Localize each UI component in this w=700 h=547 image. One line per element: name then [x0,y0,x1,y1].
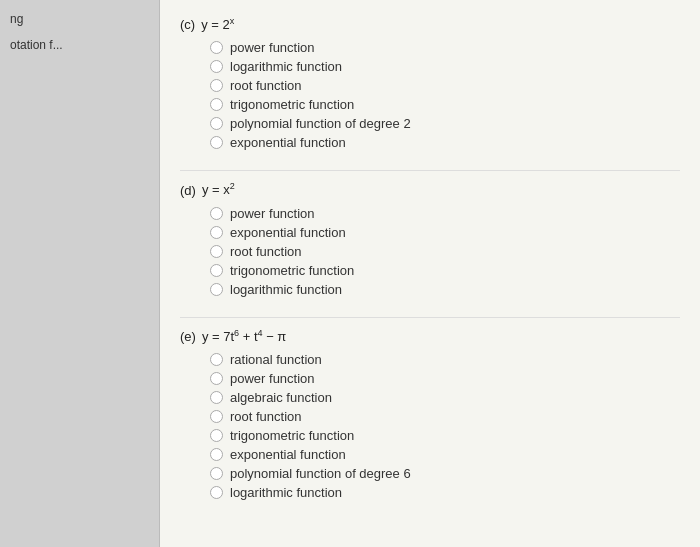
option-e-5[interactable]: trigonometric function [210,426,680,445]
option-d-4-label: trigonometric function [230,263,354,278]
option-c-6-label: exponential function [230,135,346,150]
radio-e-3[interactable] [210,391,223,404]
equation-d: y = x2 [202,181,235,197]
radio-e-6[interactable] [210,448,223,461]
divider-de [180,317,680,318]
option-e-8-label: logarithmic function [230,485,342,500]
option-e-1[interactable]: rational function [210,350,680,369]
radio-c-1[interactable] [210,41,223,54]
nav-item-otation: otation f... [10,36,149,54]
radio-c-4[interactable] [210,98,223,111]
option-c-2-label: logarithmic function [230,59,342,74]
option-c-4-label: trigonometric function [230,97,354,112]
option-d-2[interactable]: exponential function [210,223,680,242]
option-d-2-label: exponential function [230,225,346,240]
option-c-4[interactable]: trigonometric function [210,95,680,114]
radio-e-8[interactable] [210,486,223,499]
option-c-3-label: root function [230,78,302,93]
option-e-4-label: root function [230,409,302,424]
equation-c: y = 2x [201,16,234,32]
option-e-8[interactable]: logarithmic function [210,483,680,502]
option-d-4[interactable]: trigonometric function [210,261,680,280]
option-d-5[interactable]: logarithmic function [210,280,680,299]
option-e-2-label: power function [230,371,315,386]
radio-e-7[interactable] [210,467,223,480]
question-d-label: (d) y = x2 [180,181,680,197]
option-c-3[interactable]: root function [210,76,680,95]
option-d-5-label: logarithmic function [230,282,342,297]
radio-e-1[interactable] [210,353,223,366]
radio-d-2[interactable] [210,226,223,239]
option-e-3-label: algebraic function [230,390,332,405]
option-e-4[interactable]: root function [210,407,680,426]
nav-item-ng: ng [10,10,149,28]
radio-d-1[interactable] [210,207,223,220]
option-d-1[interactable]: power function [210,204,680,223]
part-letter-c: (c) [180,17,195,32]
question-c: (c) y = 2x power function logarithmic fu… [180,16,680,152]
radio-d-3[interactable] [210,245,223,258]
radio-e-5[interactable] [210,429,223,442]
radio-d-4[interactable] [210,264,223,277]
option-c-2[interactable]: logarithmic function [210,57,680,76]
option-e-6-label: exponential function [230,447,346,462]
radio-e-4[interactable] [210,410,223,423]
question-c-label: (c) y = 2x [180,16,680,32]
question-e: (e) y = 7t6 + t4 − π rational function p… [180,328,680,502]
options-list-d: power function exponential function root… [180,204,680,299]
option-d-1-label: power function [230,206,315,221]
options-list-c: power function logarithmic function root… [180,38,680,152]
option-e-2[interactable]: power function [210,369,680,388]
divider-cd [180,170,680,171]
option-d-3[interactable]: root function [210,242,680,261]
radio-c-2[interactable] [210,60,223,73]
option-e-6[interactable]: exponential function [210,445,680,464]
option-e-7-label: polynomial function of degree 6 [230,466,411,481]
option-e-3[interactable]: algebraic function [210,388,680,407]
option-e-1-label: rational function [230,352,322,367]
left-panel: ng otation f... [0,0,160,547]
option-c-5-label: polynomial function of degree 2 [230,116,411,131]
option-e-5-label: trigonometric function [230,428,354,443]
option-c-1[interactable]: power function [210,38,680,57]
main-content: (c) y = 2x power function logarithmic fu… [160,0,700,547]
radio-d-5[interactable] [210,283,223,296]
radio-c-3[interactable] [210,79,223,92]
question-e-label: (e) y = 7t6 + t4 − π [180,328,680,344]
radio-c-5[interactable] [210,117,223,130]
part-letter-e: (e) [180,329,196,344]
options-list-e: rational function power function algebra… [180,350,680,502]
equation-e: y = 7t6 + t4 − π [202,328,286,344]
option-e-7[interactable]: polynomial function of degree 6 [210,464,680,483]
option-c-1-label: power function [230,40,315,55]
radio-e-2[interactable] [210,372,223,385]
part-letter-d: (d) [180,183,196,198]
option-c-5[interactable]: polynomial function of degree 2 [210,114,680,133]
option-d-3-label: root function [230,244,302,259]
radio-c-6[interactable] [210,136,223,149]
option-c-6[interactable]: exponential function [210,133,680,152]
question-d: (d) y = x2 power function exponential fu… [180,181,680,298]
